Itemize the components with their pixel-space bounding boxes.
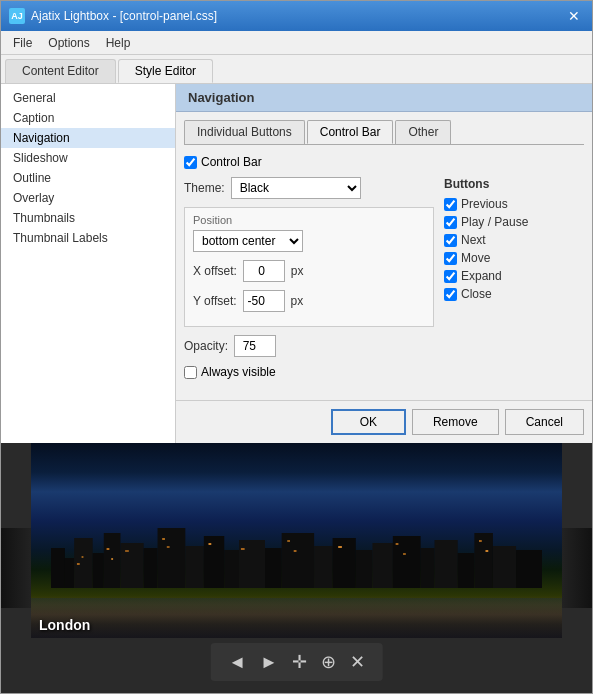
sub-tab-control-bar[interactable]: Control Bar (307, 120, 394, 144)
sub-tab-other[interactable]: Other (395, 120, 451, 144)
svg-rect-30 (162, 538, 165, 540)
always-visible-checkbox[interactable] (184, 366, 197, 379)
control-bar-preview: ◄ ► ✛ ⊕ ✕ (210, 643, 383, 681)
svg-rect-40 (485, 550, 488, 552)
svg-rect-26 (82, 556, 84, 558)
x-offset-row: X offset: px (193, 260, 425, 282)
ctrl-next-icon[interactable]: ► (260, 652, 278, 673)
ctrl-prev-icon[interactable]: ◄ (228, 652, 246, 673)
buttons-group-title: Buttons (444, 177, 584, 191)
svg-rect-31 (167, 546, 170, 548)
sidebar-item-outline[interactable]: Outline (1, 168, 175, 188)
y-offset-unit: px (291, 294, 304, 308)
y-offset-input[interactable] (243, 290, 285, 312)
svg-rect-3 (93, 553, 104, 588)
sidebar-item-overlay[interactable]: Overlay (1, 188, 175, 208)
x-offset-label: X offset: (193, 264, 237, 278)
x-offset-input[interactable] (243, 260, 285, 282)
btn-playpause-checkbox[interactable] (444, 216, 457, 229)
svg-rect-9 (204, 536, 224, 588)
cancel-button[interactable]: Cancel (505, 409, 584, 435)
water-effect (31, 598, 562, 638)
svg-rect-27 (107, 548, 110, 550)
section-title: Navigation (176, 84, 592, 112)
sub-tab-bar: Individual Buttons Control Bar Other (184, 120, 584, 145)
sidebar-item-navigation[interactable]: Navigation (1, 128, 175, 148)
sidebar-item-thumbnails[interactable]: Thumbnails (1, 208, 175, 228)
position-select-row: bottom center bottom left bottom right t… (193, 230, 425, 252)
svg-rect-13 (282, 533, 314, 588)
btn-next-checkbox[interactable] (444, 234, 457, 247)
sidebar-item-thumbnail-labels[interactable]: Thumbnail Labels (1, 228, 175, 248)
btn-next-row: Next (444, 233, 584, 247)
menu-file[interactable]: File (5, 34, 40, 52)
svg-rect-39 (479, 540, 482, 542)
opacity-label: Opacity: (184, 339, 228, 353)
btn-move-checkbox[interactable] (444, 252, 457, 265)
y-offset-spinner (243, 290, 285, 312)
svg-rect-8 (185, 546, 204, 588)
city-lights (51, 528, 542, 588)
opacity-input[interactable] (234, 335, 276, 357)
svg-rect-21 (458, 553, 475, 588)
ctrl-move-icon[interactable]: ✛ (292, 651, 307, 673)
menu-options[interactable]: Options (40, 34, 97, 52)
ctrl-close-icon[interactable]: ✕ (350, 651, 365, 673)
content-layout: Theme: Black White Gray Blue Pos (184, 177, 584, 387)
main-tab-bar: Content Editor Style Editor (1, 55, 592, 84)
menu-help[interactable]: Help (98, 34, 139, 52)
right-panel: Navigation Individual Buttons Control Ba… (176, 84, 592, 443)
svg-rect-22 (474, 533, 493, 588)
always-visible-label: Always visible (201, 365, 276, 379)
btn-expand-row: Expand (444, 269, 584, 283)
main-window: AJ Ajatix Lightbox - [control-panel.css]… (0, 0, 593, 694)
window-title: Ajatix Lightbox - [control-panel.css] (31, 9, 217, 23)
svg-rect-5 (120, 543, 143, 588)
ok-button[interactable]: OK (331, 409, 406, 435)
preview-thumb-right (562, 528, 592, 608)
svg-rect-4 (104, 533, 121, 588)
app-icon: AJ (9, 8, 25, 24)
left-controls: Theme: Black White Gray Blue Pos (184, 177, 434, 387)
btn-next-label: Next (461, 233, 486, 247)
btn-previous-checkbox[interactable] (444, 198, 457, 211)
btn-expand-label: Expand (461, 269, 502, 283)
svg-rect-23 (493, 546, 516, 588)
theme-row: Theme: Black White Gray Blue (184, 177, 434, 199)
ctrl-expand-icon[interactable]: ⊕ (321, 651, 336, 673)
svg-rect-19 (421, 548, 435, 588)
svg-rect-32 (208, 543, 211, 545)
section-body: Individual Buttons Control Bar Other Con… (176, 112, 592, 395)
control-bar-label: Control Bar (201, 155, 262, 169)
close-window-button[interactable]: ✕ (564, 6, 584, 26)
position-select[interactable]: bottom center bottom left bottom right t… (193, 230, 303, 252)
svg-rect-20 (435, 540, 458, 588)
buttons-group: Buttons Previous Play / Pause (444, 177, 584, 387)
svg-rect-25 (77, 563, 80, 565)
tab-content-editor[interactable]: Content Editor (5, 59, 116, 83)
sidebar-item-caption[interactable]: Caption (1, 108, 175, 128)
theme-select[interactable]: Black White Gray Blue (231, 177, 361, 199)
svg-rect-35 (294, 550, 297, 552)
tab-style-editor[interactable]: Style Editor (118, 59, 213, 83)
btn-expand-checkbox[interactable] (444, 270, 457, 283)
control-bar-checkbox[interactable] (184, 156, 197, 169)
btn-previous-row: Previous (444, 197, 584, 211)
svg-rect-12 (265, 548, 282, 588)
preview-area: London ◄ ► ✛ ⊕ ✕ (1, 443, 592, 693)
remove-button[interactable]: Remove (412, 409, 499, 435)
sidebar-item-slideshow[interactable]: Slideshow (1, 148, 175, 168)
sidebar-item-general[interactable]: General (1, 88, 175, 108)
y-offset-row: Y offset: px (193, 290, 425, 312)
btn-close-checkbox[interactable] (444, 288, 457, 301)
svg-rect-15 (333, 538, 356, 588)
sub-tab-individual[interactable]: Individual Buttons (184, 120, 305, 144)
svg-rect-2 (74, 538, 93, 588)
opacity-row: Opacity: (184, 335, 434, 357)
svg-rect-34 (287, 540, 290, 542)
svg-rect-37 (396, 543, 399, 545)
preview-image: London (31, 443, 562, 638)
control-bar-row: Control Bar (184, 155, 584, 169)
svg-rect-0 (51, 548, 65, 588)
btn-move-row: Move (444, 251, 584, 265)
